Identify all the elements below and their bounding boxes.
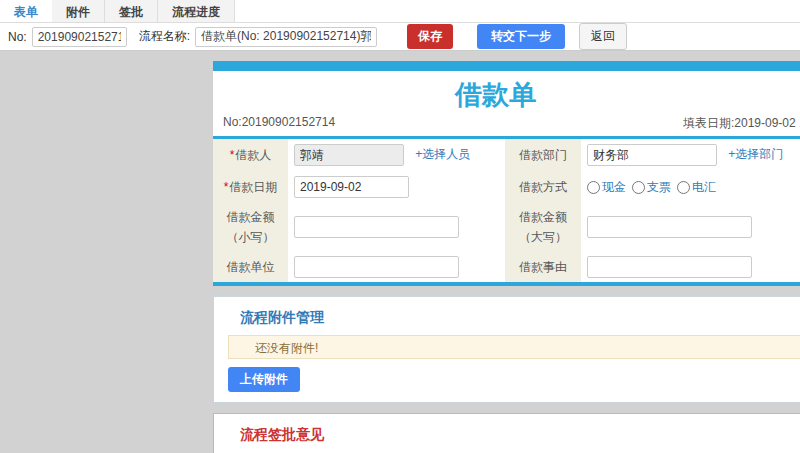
required-mark: *: [230, 148, 235, 162]
wire-radio-label: 电汇: [692, 179, 716, 196]
approval-heading: 流程签批意见: [240, 426, 800, 444]
approval-panel: 流程签批意见 B I abc ∞ ∞ ⚑ ≡ ≡ ⇤ ⇥ ” 样式 ▾: [213, 413, 800, 453]
table-row: *借款日期 借款方式 现金 支票: [213, 171, 800, 203]
wire-radio[interactable]: [677, 181, 690, 194]
upload-attachment-button[interactable]: 上传附件: [228, 367, 300, 392]
tab-approval[interactable]: 签批: [105, 0, 158, 22]
loan-unit-input[interactable]: [294, 256, 459, 278]
no-input[interactable]: [32, 27, 127, 47]
no-attachments-notice: 还没有附件!: [228, 335, 800, 359]
loan-reason-label: 借款事由: [505, 252, 581, 282]
loan-unit-label: 借款单位: [213, 252, 288, 282]
table-row: *借款人 +选择人员 借款部门 +选择部门: [213, 139, 800, 171]
form-meta-row: No:20190902152714 填表日期:2019-09-02 15:27:…: [213, 115, 800, 133]
select-department-link[interactable]: +选择部门: [728, 147, 783, 161]
borrower-label: *借款人: [213, 139, 288, 171]
loan-date-label: *借款日期: [213, 171, 288, 203]
tab-bar: 表单 附件 签批 流程进度: [0, 0, 800, 23]
back-button[interactable]: 返回: [579, 23, 627, 50]
radio-cheque[interactable]: 支票: [632, 179, 671, 196]
panel-top-bar: [213, 61, 800, 71]
form-no: No:20190902152714: [223, 115, 335, 129]
loan-reason-input[interactable]: [587, 256, 752, 278]
title-wrap: 借款单: [213, 77, 778, 113]
content-area: 借款单 No:20190902152714 填表日期:2019-09-02 15…: [0, 51, 800, 453]
tab-progress[interactable]: 流程进度: [158, 0, 235, 22]
next-step-button[interactable]: 转交下一步: [477, 24, 565, 49]
amount-small-input[interactable]: [294, 216, 459, 238]
required-mark: *: [224, 180, 229, 194]
attachments-heading: 流程附件管理: [240, 309, 800, 327]
amount-small-label: 借款金额（小写）: [213, 203, 288, 252]
form-bottom-divider: [213, 282, 800, 286]
amount-big-input[interactable]: [587, 216, 752, 238]
process-name-label: 流程名称:: [139, 28, 190, 45]
no-label: No:: [8, 30, 27, 44]
save-button[interactable]: 保存: [407, 24, 453, 49]
toolbar: No: 流程名称: 保存 转交下一步 返回: [0, 23, 800, 51]
tab-attachments[interactable]: 附件: [52, 0, 105, 22]
loan-method-label: 借款方式: [505, 171, 581, 203]
cheque-radio-label: 支票: [647, 179, 671, 196]
loan-date-input[interactable]: [294, 176, 409, 198]
attachments-panel: 流程附件管理 还没有附件! 上传附件: [213, 296, 800, 403]
process-name-input[interactable]: [195, 27, 377, 47]
department-label: 借款部门: [505, 139, 581, 171]
page: { "colors": { "accent_cyan": "#2ba7dc", …: [0, 0, 800, 453]
table-row: 借款金额（小写） 借款金额（大写）: [213, 203, 800, 252]
department-input[interactable]: [587, 144, 717, 166]
radio-wire[interactable]: 电汇: [677, 179, 716, 196]
form-date: 填表日期:2019-09-02 15:27:1: [683, 115, 800, 132]
borrower-input[interactable]: [294, 144, 404, 166]
form-title: 借款单: [213, 77, 778, 113]
cash-radio[interactable]: [587, 181, 600, 194]
select-person-link[interactable]: +选择人员: [415, 147, 470, 161]
amount-big-label: 借款金额（大写）: [505, 203, 581, 252]
radio-cash[interactable]: 现金: [587, 179, 626, 196]
cheque-radio[interactable]: [632, 181, 645, 194]
loan-form-table: *借款人 +选择人员 借款部门 +选择部门 *借款日期: [213, 139, 800, 282]
cash-radio-label: 现金: [602, 179, 626, 196]
table-row: 借款单位 借款事由: [213, 252, 800, 282]
tab-form[interactable]: 表单: [0, 0, 52, 22]
loan-method-radio-group: 现金 支票 电汇: [587, 179, 800, 196]
loan-form-panel: 借款单 No:20190902152714 填表日期:2019-09-02 15…: [213, 61, 800, 286]
